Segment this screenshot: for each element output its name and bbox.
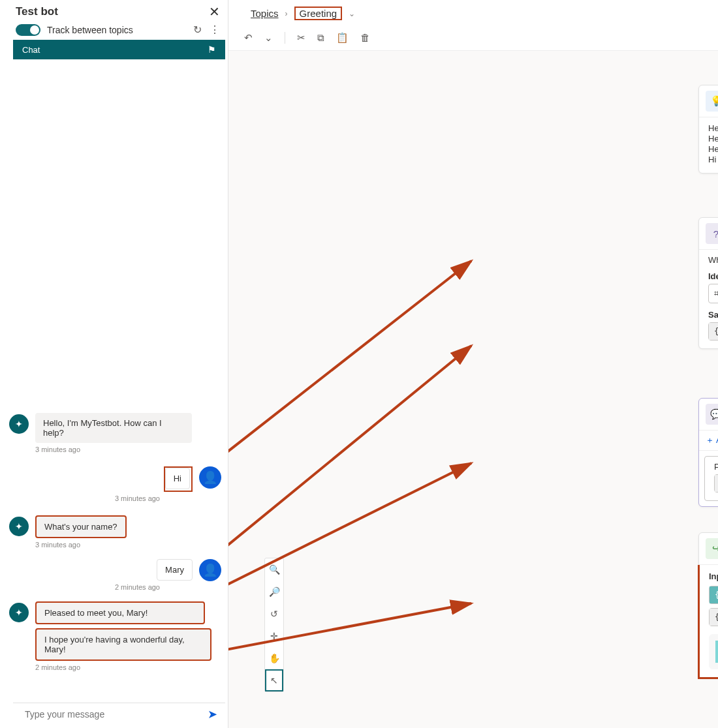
entity-icon: ⌗ bbox=[714, 288, 718, 299]
trigger-phrase: Hey there bbox=[708, 123, 718, 133]
topic-icon: 🗨 bbox=[715, 641, 718, 663]
copy-icon[interactable]: ⧉ bbox=[317, 32, 324, 44]
bot-message: I hope you're having a wonderful day, Ma… bbox=[35, 628, 211, 661]
inputs-label: Inputs (1) bbox=[709, 571, 718, 581]
authoring-canvas[interactable]: Topics › Greeting ⌄ ↶ ⌄ ✂ ⧉ 📋 🗑 + + + bbox=[228, 0, 718, 728]
variable-chip[interactable]: {x} UserName string bbox=[714, 474, 718, 493]
timestamp: 3 minutes ago bbox=[35, 541, 127, 549]
chat-tab-label: Chat bbox=[22, 45, 40, 55]
user-avatar: 👤 bbox=[199, 559, 221, 581]
add-menu[interactable]: ＋ Add ⌄ bbox=[706, 434, 718, 446]
delete-icon[interactable]: 🗑 bbox=[360, 32, 370, 44]
zoom-in-icon[interactable]: 🔍 bbox=[265, 558, 283, 581]
chat-body: ✦ Hello, I'm MyTestbot. How can I help? … bbox=[0, 59, 228, 703]
variable-icon: {x} bbox=[715, 475, 718, 492]
pan-icon[interactable]: ✋ bbox=[265, 647, 283, 669]
chevron-down-icon[interactable]: ⌄ bbox=[349, 9, 355, 18]
canvas-tool-palette: 🔍 🔎 ↺ ✛ ✋ ↖ bbox=[264, 558, 284, 692]
variable-icon: {x} bbox=[709, 323, 718, 340]
user-message: Mary bbox=[157, 559, 193, 581]
breadcrumb-current[interactable]: Greeting bbox=[294, 7, 343, 20]
identify-label: Identify bbox=[708, 271, 718, 281]
redirect-node[interactable]: ↪ Redirect ⋮ Inputs (1) ＋ Add input {x} … bbox=[698, 532, 718, 678]
identify-select[interactable]: ⌗ Person name › bbox=[708, 284, 718, 303]
bot-message: What's your name? bbox=[35, 515, 127, 538]
redirect-topic: 🗨 Talk to Customer View topic bbox=[709, 634, 718, 669]
question-node[interactable]: ? Question Text ⌄ ⋮ What's your name? Id… bbox=[698, 217, 718, 349]
trigger-phrase: Hello bbox=[708, 144, 718, 154]
message-toolbar: ＋ Add ⌄ B I ≣ ≡ {x} bbox=[699, 431, 718, 451]
message-node[interactable]: 💬 Message Text ⌄ ⋮ ＋ Add ⌄ B I ≣ ≡ {x} P… bbox=[698, 398, 718, 507]
breadcrumb-root[interactable]: Topics bbox=[251, 8, 279, 19]
send-icon[interactable]: ➤ bbox=[208, 707, 217, 721]
question-icon: ? bbox=[706, 223, 718, 244]
timestamp: 3 minutes ago bbox=[115, 494, 193, 502]
paste-icon[interactable]: 📋 bbox=[336, 32, 349, 44]
chat-tab[interactable]: Chat ⚑ bbox=[13, 40, 225, 59]
close-icon[interactable]: ✕ bbox=[209, 4, 220, 20]
message-icon: 💬 bbox=[706, 404, 718, 425]
trigger-node[interactable]: 💡 Trigger Phrases (4) ⋮ Hey there Hey He… bbox=[698, 85, 718, 174]
breadcrumb: Topics › Greeting ⌄ bbox=[228, 0, 718, 27]
timestamp: 2 minutes ago bbox=[115, 583, 193, 591]
test-bot-title: Test bot bbox=[16, 5, 58, 18]
track-label: Track between topics bbox=[47, 25, 187, 35]
variable-chip[interactable]: {x} UserName string › bbox=[708, 322, 718, 341]
lightbulb-icon: 💡 bbox=[706, 91, 718, 112]
source-variable-chip[interactable]: {x} UserName string › bbox=[709, 608, 718, 626]
chevron-right-icon: › bbox=[285, 9, 288, 18]
timestamp: 3 minutes ago bbox=[35, 446, 192, 453]
history-icon[interactable]: ↺ bbox=[265, 603, 283, 625]
chat-input-row: ➤ bbox=[13, 703, 225, 725]
bot-avatar: ✦ bbox=[9, 414, 29, 434]
redo-chevron-icon[interactable]: ⌄ bbox=[264, 32, 273, 44]
canvas-toolbar: ↶ ⌄ ✂ ⧉ 📋 🗑 bbox=[228, 27, 718, 51]
more-icon[interactable]: ⋮ bbox=[210, 23, 220, 36]
cut-icon[interactable]: ✂ bbox=[297, 32, 305, 44]
bot-message: Hello, I'm MyTestbot. How can I help? bbox=[35, 413, 192, 443]
question-prompt[interactable]: What's your name? bbox=[708, 255, 718, 265]
message-text[interactable]: Pleased to meet you, bbox=[714, 462, 718, 472]
chat-input[interactable] bbox=[23, 708, 208, 720]
trigger-phrase: Hey bbox=[708, 134, 718, 144]
bot-message: Pleased to meet you, Mary! bbox=[35, 601, 205, 624]
save-label: Save response as bbox=[708, 310, 718, 320]
input-variable-chip[interactable]: {x} userName string bbox=[709, 586, 718, 604]
variable-icon: {x} bbox=[710, 609, 718, 626]
redirect-icon: ↪ bbox=[706, 538, 718, 559]
test-bot-panel: Test bot ✕ Track between topics ↻ ⋮ Chat… bbox=[0, 0, 228, 728]
track-toggle[interactable] bbox=[16, 24, 40, 36]
user-avatar: 👤 bbox=[199, 466, 221, 489]
flag-icon[interactable]: ⚑ bbox=[208, 44, 216, 55]
reset-icon[interactable]: ↻ bbox=[193, 23, 202, 36]
bot-avatar: ✦ bbox=[9, 517, 29, 536]
trigger-phrase: Hi bbox=[708, 155, 718, 164]
timestamp: 2 minutes ago bbox=[35, 663, 211, 671]
locate-icon[interactable]: ✛ bbox=[265, 625, 283, 647]
cursor-icon[interactable]: ↖ bbox=[265, 669, 283, 691]
undo-icon[interactable]: ↶ bbox=[244, 32, 253, 44]
user-message: Hi bbox=[165, 468, 190, 489]
variable-icon: {x} bbox=[710, 586, 718, 603]
zoom-out-icon[interactable]: 🔎 bbox=[265, 581, 283, 603]
bot-avatar: ✦ bbox=[9, 603, 29, 622]
